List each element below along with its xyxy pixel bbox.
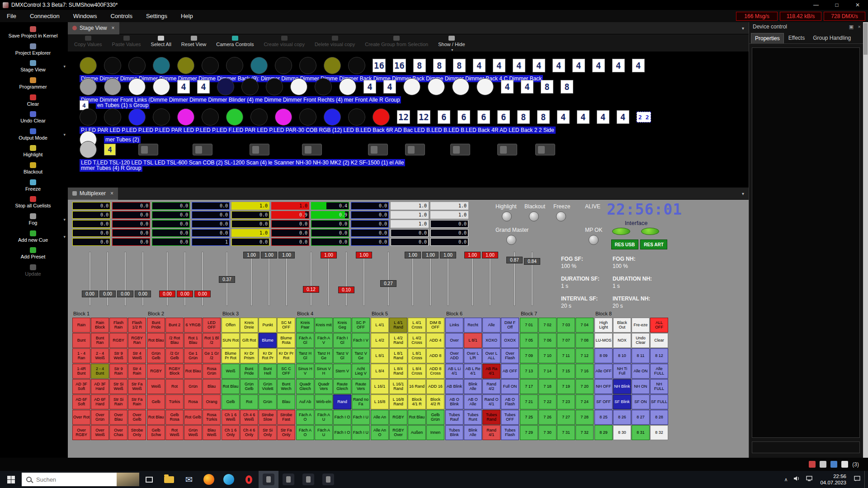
- fader-value[interactable]: 1.00: [405, 252, 421, 258]
- fader-value[interactable]: 0.00: [135, 291, 151, 297]
- fixture-number-badge[interactable]: 4: [177, 80, 190, 94]
- preset-button[interactable]: Weiß: [147, 379, 165, 394]
- preset-button[interactable]: 7 15: [557, 364, 575, 379]
- preset-button[interactable]: Blume Pr Rot: [222, 348, 240, 363]
- preset-button[interactable]: 7 25: [520, 410, 538, 425]
- master-value-box[interactable]: 0.0: [351, 238, 389, 246]
- preset-button[interactable]: Gelb Schw: [147, 425, 165, 440]
- fader-value[interactable]: 0.27: [380, 280, 396, 287]
- fader[interactable]: 0.00: [134, 251, 151, 307]
- fader[interactable]: 1.00: [243, 251, 260, 307]
- fader-value[interactable]: 1.00: [243, 252, 259, 258]
- fixture-circle[interactable]: [476, 78, 494, 95]
- preset-button[interactable]: Over Flash: [501, 348, 519, 363]
- preset-button[interactable]: Bunt Hell: [259, 364, 277, 379]
- preset-button[interactable]: Auf Ab: [296, 394, 314, 409]
- sidebar-item-highlight[interactable]: Highlight: [0, 143, 68, 160]
- preset-button[interactable]: Grün Weiß: [184, 425, 202, 440]
- close-tab-icon[interactable]: ×: [112, 25, 115, 31]
- preset-button[interactable]: L 8/1 Rand: [389, 348, 407, 363]
- fader[interactable]: 1.00: [481, 251, 499, 307]
- fader[interactable]: 1.00: [278, 251, 295, 307]
- master-value-box[interactable]: 0.0: [72, 238, 110, 246]
- preset-button[interactable]: Ge 1 Grün: [184, 348, 202, 363]
- preset-button[interactable]: Wirb-eln: [315, 394, 333, 409]
- preset-button[interactable]: Fäch I Gl: [333, 333, 351, 348]
- preset-button[interactable]: 7 01: [520, 318, 538, 333]
- fader[interactable]: 0.37: [218, 251, 236, 307]
- preset-button[interactable]: Grün Violett: [259, 379, 277, 394]
- preset-button[interactable]: Innen: [426, 425, 444, 440]
- master-value-box[interactable]: 1.0: [391, 202, 429, 210]
- preset-button[interactable]: High Light: [594, 318, 613, 333]
- chevron-down-icon[interactable]: ▾: [742, 191, 744, 196]
- preset-button[interactable]: 7 29: [520, 425, 538, 440]
- display-icon[interactable]: [806, 475, 813, 484]
- preset-button[interactable]: SC P OFF: [352, 318, 370, 333]
- preset-button[interactable]: 8 25: [594, 410, 613, 425]
- master-value-box[interactable]: 0.0: [231, 238, 269, 246]
- preset-button[interactable]: Bunt Pride: [240, 364, 258, 379]
- maximize-button[interactable]: □: [826, 0, 847, 10]
- fader-value[interactable]: 0.10: [338, 286, 354, 293]
- preset-button[interactable]: 8 32: [650, 425, 668, 440]
- preset-button[interactable]: Alle FULL: [650, 364, 668, 379]
- freeze-knob[interactable]: [556, 211, 566, 221]
- firefox-button[interactable]: [199, 471, 219, 488]
- preset-button[interactable]: ADD 8 Cross: [426, 364, 444, 379]
- preset-button[interactable]: Kreis Dreie: [240, 318, 258, 333]
- preset-button[interactable]: 7 21: [520, 394, 538, 409]
- preset-button[interactable]: Str Fa Only: [277, 425, 295, 440]
- fixture-number-badge[interactable]: 8: [561, 80, 573, 94]
- preset-button[interactable]: 7 08: [576, 333, 594, 348]
- fixture-circle[interactable]: [128, 108, 146, 126]
- preset-button[interactable]: Clear: [650, 333, 668, 348]
- toolbar-camera-controls[interactable]: Camera Controls: [216, 36, 254, 47]
- master-value-box[interactable]: 0.0: [311, 238, 349, 246]
- close-icon[interactable]: ×: [858, 24, 861, 29]
- fader-value[interactable]: 0.00: [194, 291, 211, 297]
- fixture-circle[interactable]: [80, 78, 97, 95]
- master-value-box[interactable]: 0.4: [311, 202, 349, 210]
- res-usb-button[interactable]: RES USB: [611, 239, 638, 249]
- master-value-box[interactable]: 0.0: [271, 238, 309, 246]
- preset-button[interactable]: Str 4 Weiß: [128, 348, 146, 363]
- preset-button[interactable]: L 8/1: [371, 348, 389, 363]
- fixture-number-badge[interactable]: 4: [632, 59, 645, 72]
- volume-icon[interactable]: [793, 475, 800, 484]
- app-button-3[interactable]: [298, 471, 318, 488]
- fader-value[interactable]: 1.00: [278, 252, 295, 258]
- fixture-circle[interactable]: [80, 57, 97, 74]
- preset-button[interactable]: AB OFF: [501, 364, 519, 379]
- sidebar-item-fog[interactable]: Fog▾: [0, 211, 68, 228]
- preset-button[interactable]: ADD 16: [426, 379, 444, 394]
- master-value-box[interactable]: 1.0: [231, 229, 269, 237]
- preset-button[interactable]: 7 20: [576, 379, 594, 394]
- master-value-box[interactable]: 1.0: [231, 202, 269, 210]
- preset-button[interactable]: SC M OFF: [277, 318, 295, 333]
- preset-button[interactable]: 8 09: [594, 348, 613, 363]
- fixture-number-badge[interactable]: 6: [458, 110, 470, 124]
- fixture-circle[interactable]: [202, 108, 219, 126]
- fixture-number-badge[interactable]: 4: [557, 110, 570, 124]
- fixture-circle[interactable]: [428, 78, 445, 95]
- preset-button[interactable]: Rain: [72, 318, 90, 333]
- master-value-box[interactable]: 0.0: [311, 229, 349, 237]
- preset-button[interactable]: Außen: [408, 425, 426, 440]
- preset-button[interactable]: SF OFF: [594, 394, 613, 409]
- fixture-circle[interactable]: [250, 108, 268, 126]
- fader-value[interactable]: 0.12: [303, 286, 319, 293]
- fader[interactable]: 1.00: [464, 251, 481, 307]
- preset-button[interactable]: NH Ti Full: [613, 364, 631, 379]
- preset-button[interactable]: Kr Dr Rot Pr: [259, 348, 277, 363]
- sidebar-item-blackout[interactable]: Blackout: [0, 160, 68, 177]
- preset-button[interactable]: Blau Weiß: [203, 425, 221, 440]
- preset-button[interactable]: Rand no Fa: [352, 394, 370, 409]
- preset-button[interactable]: Orang: [203, 394, 221, 409]
- preset-button[interactable]: Over Rot: [72, 410, 90, 425]
- preset-button[interactable]: Rand 4/2: [482, 379, 500, 394]
- preset-button[interactable]: 7 10: [538, 348, 557, 363]
- preset-button[interactable]: Tubes Blink: [445, 425, 463, 440]
- fixture-number-badge[interactable]: 4: [521, 80, 533, 94]
- preset-button[interactable]: AB L Li 4/1: [445, 364, 463, 379]
